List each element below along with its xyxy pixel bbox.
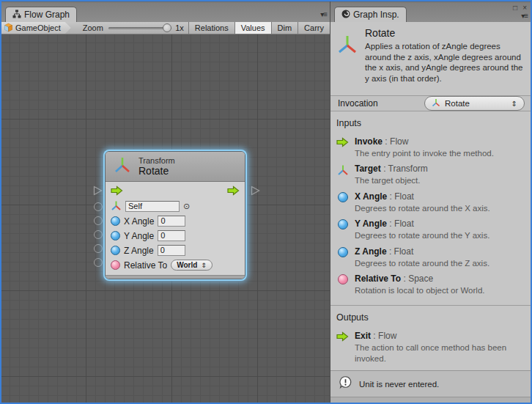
unit-description-block: Rotate Applies a rotation of zAngle degr… xyxy=(330,22,531,96)
maximize-icon[interactable]: □ xyxy=(513,4,517,12)
y-angle-port-icon[interactable] xyxy=(111,231,120,240)
node-footer xyxy=(106,275,245,279)
external-z-angle-port[interactable] xyxy=(94,244,103,253)
rotate-node-header[interactable]: Transform Rotate xyxy=(106,152,245,182)
rotate-node[interactable]: Transform Rotate xyxy=(105,151,245,279)
warning-box: Unit is never entered. xyxy=(330,370,531,397)
port-name: Target xyxy=(355,164,381,174)
dropdown-arrows-icon: ⇕ xyxy=(511,100,517,108)
x-angle-row: X Angle 0 xyxy=(111,215,240,227)
port-name: Relative To xyxy=(355,273,401,284)
relations-button[interactable]: Relations xyxy=(188,22,234,34)
dropdown-arrows-icon: ⇕ xyxy=(201,262,207,269)
port-description: The entry point to invoke the method. xyxy=(355,148,494,158)
inspector-tab-menu-icon[interactable]: ▾≡ xyxy=(521,12,528,20)
self-field[interactable]: Self xyxy=(125,201,180,212)
transform-axes-icon xyxy=(336,34,358,89)
toolbar-toggle-buttons: Relations Values Dim Carry xyxy=(188,22,330,34)
graph-inspector-icon xyxy=(341,10,350,21)
input-item-relative-to: Relative To : Space Rotation is local to… xyxy=(336,273,525,295)
inputs-section: Inputs Invoke : Flow The entry point to … xyxy=(330,111,531,306)
float-port-icon xyxy=(336,219,349,240)
port-name: X Angle xyxy=(355,191,387,202)
tab-graph-inspector-label: Graph Insp. xyxy=(353,10,399,20)
zoom-slider-thumb[interactable] xyxy=(163,23,171,32)
port-type: Space xyxy=(408,273,433,284)
tab-graph-inspector[interactable]: Graph Insp. xyxy=(334,7,407,22)
port-description: Degrees to rotate around the X axis. xyxy=(355,203,490,213)
invoke-flow-port-icon[interactable] xyxy=(111,186,123,198)
external-flow-output-port[interactable] xyxy=(251,186,260,195)
port-description: The action to call once method has been … xyxy=(355,342,525,364)
breadcrumb-gameobject[interactable]: GameObject xyxy=(1,22,71,34)
inspector-bottom-strip xyxy=(330,397,531,404)
port-type: Float xyxy=(394,191,414,202)
separator: : xyxy=(390,191,392,202)
x-angle-port-icon[interactable] xyxy=(111,216,120,226)
y-angle-field[interactable]: 0 xyxy=(158,230,185,241)
port-name: Y Angle xyxy=(355,218,387,229)
relative-to-dropdown[interactable]: World ⇕ xyxy=(171,260,213,271)
target-transform-port-icon[interactable] xyxy=(111,200,122,213)
self-row: Self ⊙ xyxy=(111,200,240,213)
warning-message: Unit is never entered. xyxy=(359,380,439,389)
port-description: Rotation is local to object or World. xyxy=(355,285,484,295)
external-relative-port[interactable] xyxy=(94,258,103,267)
flow-graph-tabbar: Flow Graph ▾≡ xyxy=(1,1,330,22)
dim-button[interactable]: Dim xyxy=(271,22,298,34)
values-button[interactable]: Values xyxy=(234,22,271,34)
outputs-heading: Outputs xyxy=(336,312,525,323)
separator: : xyxy=(403,273,405,284)
unit-title: Rotate xyxy=(365,27,523,39)
separator: : xyxy=(383,164,385,174)
tab-flow-graph[interactable]: Flow Graph xyxy=(5,7,77,22)
separator: : xyxy=(373,331,375,341)
flow-graph-panel: Flow Graph ▾≡ GameObject Zoom 1x Relatio… xyxy=(1,1,330,403)
exit-flow-port-icon[interactable] xyxy=(227,186,240,198)
port-description: Degrees to rotate around the Z axis. xyxy=(355,258,489,268)
node-category: Transform xyxy=(138,156,175,165)
input-item-y-angle: Y Angle : Float Degrees to rotate around… xyxy=(336,218,525,240)
external-y-angle-port[interactable] xyxy=(94,230,103,239)
port-type: Float xyxy=(394,246,414,257)
separator: : xyxy=(389,218,391,229)
warning-bubble-icon xyxy=(339,375,352,392)
relative-to-port-icon[interactable] xyxy=(111,260,120,270)
port-name: Invoke xyxy=(355,136,383,147)
zoom-slider[interactable] xyxy=(108,22,171,34)
port-type: Float xyxy=(394,218,414,229)
external-x-angle-port[interactable] xyxy=(94,216,103,225)
z-angle-label: Z Angle xyxy=(124,246,154,256)
x-angle-field[interactable]: 0 xyxy=(158,216,185,227)
node-title: Rotate xyxy=(138,165,175,177)
close-icon[interactable]: × xyxy=(522,4,527,12)
rotate-node-body: Self ⊙ X Angle 0 Y Angle 0 xyxy=(106,182,245,275)
inputs-heading: Inputs xyxy=(336,118,525,128)
relative-to-row: Relative To World ⇕ xyxy=(111,259,240,271)
z-angle-port-icon[interactable] xyxy=(111,246,120,255)
port-type: Transform xyxy=(388,164,428,174)
gameobject-cube-icon xyxy=(4,23,13,34)
input-item-x-angle: X Angle : Float Degrees to rotate around… xyxy=(336,191,525,213)
invocation-dropdown[interactable]: Rotate ⇕ xyxy=(424,96,525,111)
inspector-tabbar: Graph Insp. □ × ▾≡ xyxy=(330,1,531,22)
transform-axes-icon xyxy=(113,155,132,177)
flow-graph-toolbar: GameObject Zoom 1x Relations Values Dim … xyxy=(1,22,330,34)
object-picker-icon[interactable]: ⊙ xyxy=(183,202,190,211)
invocation-value: Rotate xyxy=(445,99,470,108)
external-flow-input-port[interactable] xyxy=(93,186,103,195)
x-angle-label: X Angle xyxy=(124,216,154,227)
output-item-exit: Exit : Flow The action to call once meth… xyxy=(336,331,525,364)
relative-to-value: World xyxy=(177,261,197,269)
unity-bolt-window: Flow Graph ▾≡ GameObject Zoom 1x Relatio… xyxy=(0,0,532,404)
input-item-invoke: Invoke : Flow The entry point to invoke … xyxy=(336,136,525,158)
z-angle-field[interactable]: 0 xyxy=(158,245,185,256)
graph-canvas[interactable]: Transform Rotate xyxy=(1,34,330,403)
external-self-port[interactable] xyxy=(94,202,103,211)
separator: : xyxy=(389,246,391,257)
flow-graph-tab-menu-icon[interactable]: ▾≡ xyxy=(320,10,327,18)
input-item-target: Target : Transform The target object. xyxy=(336,164,525,186)
graph-inspector-panel: Graph Insp. □ × ▾≡ Rotate Applies a rota… xyxy=(330,1,531,403)
carry-button[interactable]: Carry xyxy=(298,22,330,34)
y-angle-label: Y Angle xyxy=(124,231,154,241)
